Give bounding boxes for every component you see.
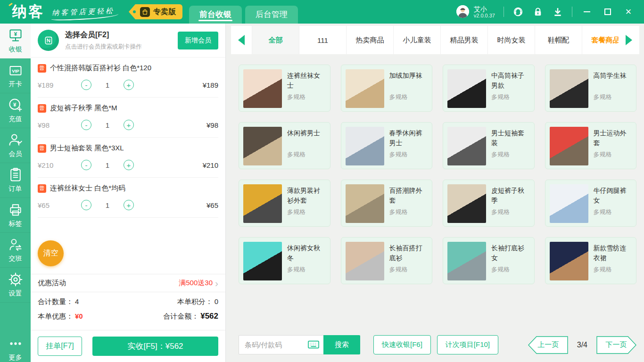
product-spec: 多规格	[491, 265, 510, 274]
product-image	[243, 127, 282, 165]
svg-text:¥: ¥	[14, 31, 17, 37]
cart-item-qty: 1	[91, 201, 124, 209]
category-tab[interactable]: 小儿童装	[393, 26, 440, 54]
qty-increase-button[interactable]: +	[124, 200, 134, 210]
product-spec: 多规格	[594, 150, 612, 159]
category-tab[interactable]: 111	[299, 26, 346, 54]
sidebar-item[interactable]: 标签	[0, 198, 31, 233]
top-tab[interactable]: 前台收银	[189, 6, 242, 24]
close-button[interactable]: ×	[622, 6, 635, 18]
sidebar-item-label: 设置	[9, 289, 22, 298]
product-card[interactable]: 百搭潮牌外套 多规格	[341, 180, 433, 227]
cart-list: 普 个性混搭韩版百搭衬衫 白色*120 ¥189 - 1 + ¥189 普 皮短…	[31, 58, 225, 235]
qty-increase-button[interactable]: +	[124, 120, 134, 130]
product-card[interactable]: 中高筒袜子男款 多规格	[443, 65, 535, 112]
sidebar-item[interactable]: 设置	[0, 268, 31, 303]
keyboard-icon[interactable]	[308, 340, 319, 351]
search-button[interactable]: 搜索	[323, 335, 360, 354]
qty-decrease-button[interactable]: -	[81, 200, 91, 210]
cart-item-qty: 1	[91, 161, 124, 169]
category-tab[interactable]: 全部	[252, 26, 299, 54]
add-member-button[interactable]: 新增会员	[178, 32, 218, 49]
sidebar-item-more[interactable]: 更多	[0, 336, 31, 362]
cart-item-total: ¥98	[206, 121, 218, 129]
discount-value: ¥0	[75, 312, 83, 320]
top-tab[interactable]: 后台管理	[245, 6, 298, 24]
cart-item-price: ¥210	[38, 161, 81, 169]
category-tab[interactable]: 鞋帽配	[535, 26, 582, 54]
cart-item[interactable]: 普 个性混搭韩版百搭衬衫 白色*120 ¥189 - 1 + ¥189	[38, 58, 218, 98]
member-select-title: 选择会员[F2]	[65, 30, 142, 40]
promo-row[interactable]: 优惠活动 满500送30 ›	[31, 274, 225, 292]
settings-icon	[8, 272, 23, 287]
sidebar-item[interactable]: 订单	[0, 163, 31, 198]
prev-page-button[interactable]: 上一页	[528, 336, 569, 354]
product-card[interactable]: 春季休闲裤男士 多规格	[341, 122, 433, 169]
product-name: 加绒加厚袜	[389, 71, 428, 81]
minimize-button[interactable]	[581, 6, 593, 18]
next-page-button[interactable]: 下一页	[596, 336, 636, 354]
product-card[interactable]: 休闲裤男士 多规格	[239, 122, 330, 169]
sidebar-item[interactable]: ¥ 收银	[0, 24, 31, 58]
product-name: 春季休闲裤男士	[389, 128, 428, 148]
product-image	[346, 242, 384, 280]
sidebar-item[interactable]: ¥ 充值	[0, 93, 31, 128]
support-icon[interactable]	[512, 6, 524, 17]
normal-goods-badge: 普	[38, 144, 46, 153]
sidebar-item[interactable]: VIP 开卡	[0, 58, 31, 93]
product-image	[447, 127, 486, 165]
label-printer-icon	[8, 202, 23, 217]
product-image	[346, 184, 384, 223]
cart-item[interactable]: 普 男士短袖套装 黑色*3XL ¥210 - 1 + ¥210	[38, 138, 218, 178]
cart-item-qty: 1	[91, 121, 124, 129]
cart-item-qty: 1	[91, 81, 124, 89]
category-tab[interactable]: 时尚女装	[487, 26, 535, 54]
product-card[interactable]: 男士短袖套装 多规格	[443, 122, 535, 169]
bottom-bar: 搜索 快速收银[F6] 计次项目[F10] 上一页 3/4 下一页	[239, 335, 636, 354]
product-card[interactable]: 薄款男装衬衫外套 多规格	[239, 180, 330, 227]
product-card[interactable]: 新款雪纺连衣裙 多规格	[545, 237, 637, 284]
qty-decrease-button[interactable]: -	[81, 120, 91, 130]
product-card[interactable]: 连裤丝袜女士 多规格	[239, 65, 330, 112]
cart-item[interactable]: 普 连裤丝袜女士 白色*均码 ¥65 - 1 + ¥65	[38, 178, 218, 218]
product-card[interactable]: 长袖打底衫女 多规格	[443, 237, 535, 284]
lock-icon[interactable]	[532, 6, 544, 17]
avatar[interactable]	[456, 5, 469, 18]
product-card[interactable]: 长袖百搭打底衫 多规格	[341, 237, 433, 284]
product-spec: 多规格	[594, 93, 612, 101]
qty-increase-button[interactable]: +	[124, 160, 134, 170]
category-tab[interactable]: 热卖商品	[346, 26, 393, 54]
product-card[interactable]: 牛仔阔腿裤女 多规格	[545, 180, 637, 227]
qty-decrease-button[interactable]: -	[81, 160, 91, 170]
count-item-button[interactable]: 计次项目[F10]	[437, 335, 498, 354]
hold-order-button[interactable]: 挂单[F7]	[38, 337, 82, 356]
quick-cashier-button[interactable]: 快速收银[F6]	[373, 335, 431, 354]
clear-cart-button[interactable]: 清空	[38, 240, 64, 266]
app-version: v2.0.0.37	[474, 13, 495, 19]
cart-item[interactable]: 普 皮短裤子秋季 黑色*M ¥98 - 1 + ¥98	[38, 98, 218, 138]
maximize-button[interactable]	[602, 6, 614, 18]
checkout-button[interactable]: 实收[F5]：¥562	[92, 337, 218, 356]
product-card[interactable]: 皮短裤子秋季 多规格	[443, 180, 535, 227]
category-scroll-left-button[interactable]	[231, 26, 252, 54]
product-image	[447, 184, 486, 223]
product-card[interactable]: 高筒学生袜 多规格	[545, 65, 637, 112]
product-name: 休闲裤男士	[287, 128, 326, 138]
qty-decrease-button[interactable]: -	[81, 80, 91, 90]
user-info[interactable]: 艾小 v2.0.0.37	[474, 5, 495, 19]
category-tab[interactable]: 套餐商品	[582, 26, 619, 54]
download-icon[interactable]	[552, 6, 563, 17]
product-card[interactable]: 加绒加厚袜 多规格	[341, 65, 433, 112]
member-select-header[interactable]: 选择会员[F2] 点击进行会员搜索或刷卡操作 新增会员	[31, 24, 225, 58]
sidebar-item[interactable]: 交班	[0, 233, 31, 268]
member-card-icon	[38, 30, 59, 51]
product-card[interactable]: 男士运动外套 多规格	[545, 122, 637, 169]
product-name: 长袖百搭打底衫	[389, 243, 428, 263]
sidebar-item[interactable]: 会员	[0, 128, 31, 163]
product-spec: 多规格	[594, 265, 612, 274]
category-tab[interactable]: 精品男装	[440, 26, 487, 54]
category-scroll-right-button[interactable]	[619, 26, 639, 54]
cart-item-name: 皮短裤子秋季 黑色*M	[50, 104, 117, 113]
product-card[interactable]: 休闲裤女秋冬 多规格	[239, 237, 330, 284]
qty-increase-button[interactable]: +	[124, 80, 134, 90]
